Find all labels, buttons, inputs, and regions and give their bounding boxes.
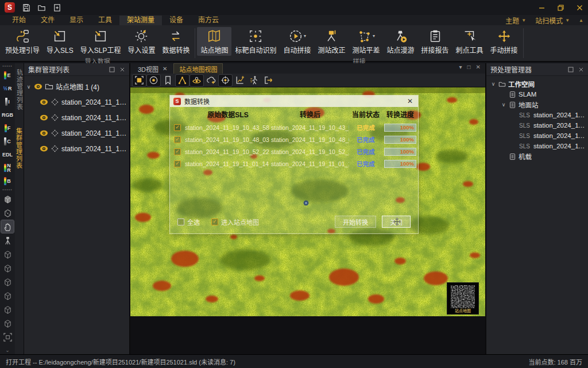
render-mode-I[interactable]: I (1, 95, 15, 108)
render-mode-F[interactable]: F (1, 121, 15, 135)
close-panel-icon[interactable] (578, 67, 584, 72)
ribbon-button-自动拼接[interactable]: ▾自动拼接 (280, 27, 314, 56)
vt-cloud-plus-icon[interactable] (204, 75, 218, 86)
visibility-eye-icon[interactable] (40, 129, 48, 137)
chevron-expanded-icon[interactable]: ∨ (26, 84, 32, 90)
minimize-icon[interactable] (538, 4, 546, 12)
float-panel-icon[interactable] (109, 67, 115, 72)
ribbon-button-导入SLS[interactable]: 导入SLS (43, 27, 77, 56)
render-mode-B[interactable]: B (1, 174, 15, 187)
visibility-eye-icon[interactable] (40, 144, 48, 153)
close-view-icon[interactable]: ✕ (476, 64, 481, 70)
collapse-ribbon-icon[interactable]: ▲ (579, 18, 583, 23)
render-mode-E[interactable]: E (1, 68, 15, 82)
new-file-icon[interactable] (53, 3, 61, 12)
row-checkbox[interactable]: ✓ (174, 160, 181, 167)
vt-walker-icon[interactable] (247, 75, 261, 86)
ribbon-button-标靶自动识别[interactable]: 标靶自动识别 (231, 27, 280, 56)
station-list-item[interactable]: station_2024_11_19_10_5... (26, 125, 127, 141)
float-panel-icon[interactable] (568, 67, 574, 72)
cube-view-icon[interactable] (1, 262, 14, 274)
ribbon-button-拼接报告[interactable]: 拼接报告 (418, 27, 452, 56)
ribbon-button-刺点工具[interactable]: 刺点工具 (452, 27, 487, 56)
station-tripod-icon[interactable] (1, 234, 14, 247)
box-select-icon[interactable] (1, 193, 14, 205)
collapse-strip-icon[interactable]: ⌄ (5, 347, 10, 354)
scan-mode-menu[interactable]: 站扫模式▼ (535, 16, 570, 25)
vt-eye-icon[interactable] (190, 75, 203, 86)
cube-view-icon[interactable] (1, 289, 14, 302)
enter-map-checkbox[interactable]: ✓进入站点地图 (211, 217, 259, 227)
row-checkbox[interactable]: ✓ (174, 136, 181, 143)
station-list-item[interactable]: station_2024_11_19_11_0... (26, 141, 127, 156)
ribbon-button-测站改正[interactable]: 测站改正 (314, 27, 349, 56)
vt-angle-icon[interactable] (176, 75, 189, 86)
minimap[interactable]: 站点地图 (447, 282, 479, 315)
menu-item-工具[interactable]: 工具 (91, 16, 119, 25)
render-mode-RGB[interactable]: RGB (1, 108, 15, 121)
open-folder-icon[interactable] (37, 3, 46, 12)
dialog-title-bar[interactable]: S 数据转换 ✕ (170, 95, 418, 107)
visibility-eye-icon[interactable] (40, 113, 48, 122)
ribbon-button-导入SLP工程[interactable]: 导入SLP工程 (77, 27, 125, 56)
vt-axes-plus-icon[interactable] (233, 75, 246, 86)
view-tab-站点地图视图[interactable]: 站点地图视图 (173, 63, 223, 74)
ribbon-button-导入设置[interactable]: 导入设置 (124, 27, 158, 56)
pp-tree-item[interactable]: SLSstation_2024_11_19_10_52_... (488, 131, 586, 141)
render-mode-EDL[interactable]: EDL (1, 148, 15, 161)
vt-select-icon[interactable] (133, 75, 146, 86)
restore-icon[interactable] (557, 4, 564, 12)
station-list-item[interactable]: station_2024_11_19_10_4... (26, 94, 127, 110)
close-button[interactable]: 关闭 (382, 216, 411, 228)
close-panel-icon[interactable] (119, 67, 125, 72)
render-mode-R[interactable]: ½R (1, 82, 15, 95)
pp-tree-item[interactable]: ∨工作空间 (488, 79, 586, 89)
select-all-checkbox[interactable]: 全选 (177, 217, 200, 227)
ribbon-button-预处理引导[interactable]: 预处理引导 (2, 27, 43, 56)
station-list-item[interactable]: station_2024_11_19_10_4... (26, 110, 127, 125)
pp-tree-item[interactable]: SLAM (488, 89, 586, 99)
view-tab-3D视图[interactable]: 3D视图✕ (133, 63, 172, 74)
close-tab-icon[interactable]: ✕ (163, 66, 167, 72)
menu-item-文件[interactable]: 文件 (33, 16, 62, 25)
theme-menu[interactable]: 主题▼ (505, 16, 526, 25)
menu-item-架站测量[interactable]: 架站测量 (119, 16, 162, 25)
pp-tree-item[interactable]: SLSstation_2024_11_19_11_01_... (488, 141, 586, 151)
render-mode-C[interactable]: C (1, 135, 15, 148)
dock-icon[interactable]: ▾ (459, 64, 462, 70)
cube-view-icon[interactable] (1, 275, 14, 288)
vt-exit-icon[interactable] (262, 75, 275, 86)
chevron-expanded-icon[interactable]: ∨ (501, 102, 506, 108)
ribbon-button-数据转换[interactable]: 数据转换 (158, 27, 193, 56)
row-checkbox[interactable]: ✓ (174, 148, 181, 155)
vt-dot-icon[interactable] (147, 75, 160, 86)
cube-view-icon[interactable] (1, 248, 14, 260)
menu-item-显示[interactable]: 显示 (62, 16, 91, 25)
pp-tree-item[interactable]: ∨地面站 (488, 99, 586, 110)
pan-hand-icon[interactable] (1, 220, 14, 233)
menu-item-南方云[interactable]: 南方云 (191, 16, 226, 25)
render-mode-NR[interactable]: N R (1, 161, 15, 174)
pp-tree-item[interactable]: SLSstation_2024_11_19_10_43_... (488, 110, 586, 120)
maximize-view-icon[interactable]: □ (467, 64, 471, 70)
tab-cluster-list[interactable]: 集群管理列表 (14, 125, 25, 171)
ribbon-button-站点地图[interactable]: 站点地图 (197, 27, 231, 56)
cube-view-icon[interactable] (1, 317, 14, 329)
visibility-eye-icon[interactable] (40, 98, 48, 106)
tab-trajectory-list[interactable]: 轨迹管理列表 (14, 67, 25, 113)
pp-tree-item[interactable]: SLSstation_2024_11_19_10_48_... (488, 120, 586, 131)
dialog-close-icon[interactable]: ✕ (405, 97, 415, 105)
close-icon[interactable] (576, 4, 583, 12)
ribbon-button-手动拼接[interactable]: 手动拼接 (487, 27, 521, 56)
ribbon-button-站点漫游[interactable]: 站点漫游 (384, 27, 418, 56)
row-checkbox[interactable]: ✓ (174, 124, 181, 131)
dice-icon[interactable] (1, 206, 14, 219)
frame-select-icon[interactable] (1, 331, 14, 343)
pp-tree-item[interactable]: 机载 (488, 151, 586, 162)
chevron-expanded-icon[interactable]: ∨ (490, 81, 496, 87)
save-icon[interactable] (22, 3, 30, 12)
visibility-eye-icon[interactable] (34, 82, 42, 91)
ribbon-button-测站平差[interactable]: ▾测站平差 (349, 27, 383, 56)
menu-item-开始[interactable]: 开始 (5, 16, 33, 25)
start-convert-button[interactable]: 开始转换 (335, 216, 376, 228)
